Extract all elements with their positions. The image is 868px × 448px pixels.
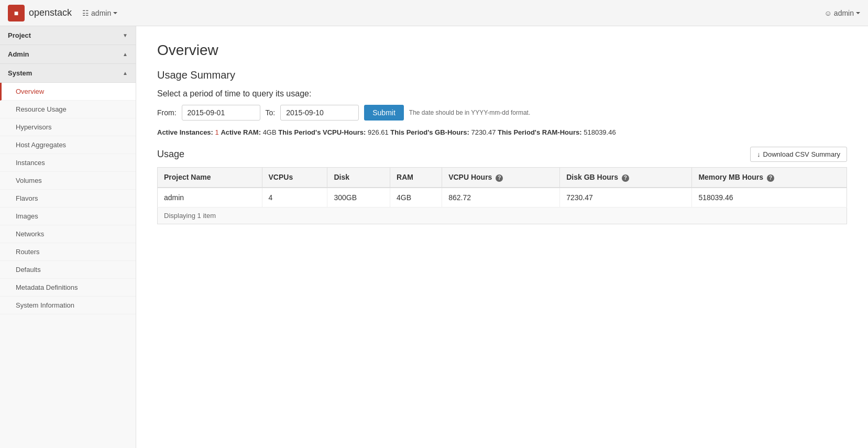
download-csv-label: Download CSV Summary — [763, 150, 840, 158]
active-ram-label: Active RAM: — [221, 128, 261, 136]
memory-mb-hours-help-icon[interactable]: ? — [767, 174, 774, 182]
system-section-label: System — [8, 69, 32, 77]
table-header-row: Project Name VCPUs Disk RAM VCPU Hours ? — [158, 168, 847, 188]
usage-table: Project Name VCPUs Disk RAM VCPU Hours ? — [157, 167, 847, 207]
sidebar-item-flavors[interactable]: Flavors — [0, 190, 136, 207]
active-instances-label: Active Instances: — [157, 128, 213, 136]
dropdown-caret-icon — [113, 12, 117, 14]
col-vcpus-label: VCPUs — [269, 173, 293, 181]
ram-hours-value: 518039.46 — [584, 128, 616, 136]
sidebar-item-instances[interactable]: Instances — [0, 154, 136, 172]
sidebar-item-instances-label: Instances — [16, 159, 45, 167]
cell-project-name: admin — [158, 188, 262, 207]
gb-hours-value: 7230.47 — [471, 128, 496, 136]
col-disk-gb-hours-label: Disk GB Hours — [566, 173, 618, 181]
to-input[interactable] — [280, 105, 359, 121]
stats-bar: Active Instances: 1 Active RAM: 4GB This… — [157, 128, 847, 136]
admin-section-header[interactable]: Admin ▲ — [0, 45, 136, 64]
system-chevron-icon: ▲ — [123, 70, 128, 76]
brand-name: openstack — [29, 7, 72, 18]
col-project-name: Project Name — [158, 168, 262, 188]
sidebar-item-images[interactable]: Images — [0, 207, 136, 225]
vcpu-hours-help-icon[interactable]: ? — [496, 174, 503, 182]
sidebar-item-overview-label: Overview — [16, 88, 44, 95]
user-menu[interactable]: ☺ admin — [825, 9, 860, 17]
submit-button[interactable]: Submit — [364, 105, 404, 121]
col-disk-gb-hours: Disk GB Hours ? — [560, 168, 692, 188]
sidebar-item-routers-label: Routers — [16, 248, 40, 256]
cell-disk: 300GB — [327, 188, 390, 207]
from-input[interactable] — [182, 105, 260, 121]
sidebar-item-defaults[interactable]: Defaults — [0, 261, 136, 279]
date-hint: The date should be in YYYY-mm-dd format. — [409, 109, 530, 116]
layout: Project ▼ Admin ▲ System ▲ Overview Reso… — [0, 26, 868, 448]
navbar-left: ■ openstack ☷ admin — [8, 5, 117, 21]
sidebar-item-defaults-label: Defaults — [16, 266, 41, 274]
navbar: ■ openstack ☷ admin ☺ admin — [0, 0, 868, 26]
sidebar-item-networks[interactable]: Networks — [0, 225, 136, 243]
usage-header: Usage ↓ Download CSV Summary — [157, 147, 847, 162]
cell-ram: 4GB — [390, 188, 442, 207]
download-icon: ↓ — [757, 150, 761, 158]
admin-user-label: admin — [834, 9, 854, 17]
sidebar-item-networks-label: Networks — [16, 230, 44, 238]
table-row: admin 4 300GB 4GB 862.72 7230.47 518039.… — [158, 188, 847, 207]
page-title: Overview — [157, 42, 847, 59]
date-form-row: From: To: Submit The date should be in Y… — [157, 105, 847, 121]
cell-memory-mb-hours: 518039.46 — [692, 188, 847, 207]
sidebar: Project ▼ Admin ▲ System ▲ Overview Reso… — [0, 26, 136, 448]
download-csv-button[interactable]: ↓ Download CSV Summary — [750, 147, 847, 162]
cell-disk-gb-hours: 7230.47 — [560, 188, 692, 207]
col-disk: Disk — [327, 168, 390, 188]
project-section-header[interactable]: Project ▼ — [0, 26, 136, 45]
table-footer: Displaying 1 item — [157, 207, 847, 224]
col-memory-mb-hours: Memory MB Hours ? — [692, 168, 847, 188]
brand-logo: ■ — [8, 5, 25, 21]
sidebar-item-images-label: Images — [16, 212, 38, 220]
active-ram-value: 4GB — [263, 128, 277, 136]
query-section: Select a period of time to query its usa… — [157, 89, 847, 121]
admin-chevron-icon: ▲ — [123, 51, 128, 57]
query-label: Select a period of time to query its usa… — [157, 89, 847, 99]
sidebar-item-overview[interactable]: Overview — [0, 83, 136, 101]
project-section-label: Project — [8, 31, 31, 39]
project-chevron-icon: ▼ — [123, 32, 128, 38]
sidebar-item-volumes-label: Volumes — [16, 177, 42, 184]
sidebar-item-hypervisors[interactable]: Hypervisors — [0, 118, 136, 136]
disk-gb-hours-help-icon[interactable]: ? — [622, 174, 629, 182]
user-dropdown-caret-icon — [856, 12, 860, 14]
cell-vcpus: 4 — [262, 188, 327, 207]
sidebar-item-flavors-label: Flavors — [16, 194, 38, 202]
active-instances-value: 1 — [215, 128, 219, 136]
cell-vcpu-hours: 862.72 — [442, 188, 560, 207]
usage-title: Usage — [157, 149, 184, 160]
col-disk-label: Disk — [334, 173, 349, 181]
sidebar-item-host-aggregates[interactable]: Host Aggregates — [0, 136, 136, 154]
vcpu-hours-value: 926.61 — [368, 128, 389, 136]
admin-project-icon: ☷ — [82, 9, 89, 17]
system-section-header[interactable]: System ▲ — [0, 64, 136, 83]
sidebar-item-resource-usage[interactable]: Resource Usage — [0, 101, 136, 118]
col-ram-label: RAM — [397, 173, 413, 181]
admin-project-label: admin — [91, 9, 111, 17]
usage-summary-title: Usage Summary — [157, 69, 847, 81]
sidebar-item-metadata-definitions[interactable]: Metadata Definitions — [0, 279, 136, 297]
vcpu-hours-label: This Period's VCPU-Hours: — [278, 128, 366, 136]
sidebar-item-hypervisors-label: Hypervisors — [16, 123, 52, 131]
from-label: From: — [157, 108, 177, 117]
col-vcpus: VCPUs — [262, 168, 327, 188]
sidebar-item-system-information[interactable]: System Information — [0, 297, 136, 314]
admin-section-label: Admin — [8, 50, 29, 58]
ram-hours-label: This Period's RAM-Hours: — [498, 128, 582, 136]
brand: ■ openstack — [8, 5, 72, 21]
col-vcpu-hours: VCPU Hours ? — [442, 168, 560, 188]
sidebar-item-system-information-label: System Information — [16, 301, 74, 309]
sidebar-item-metadata-definitions-label: Metadata Definitions — [16, 283, 78, 291]
sidebar-item-routers[interactable]: Routers — [0, 243, 136, 261]
table-footer-text: Displaying 1 item — [164, 212, 216, 220]
sidebar-item-volumes[interactable]: Volumes — [0, 172, 136, 190]
main-content: Overview Usage Summary Select a period o… — [136, 26, 868, 448]
col-memory-mb-hours-label: Memory MB Hours — [698, 173, 763, 181]
admin-project-dropdown[interactable]: ☷ admin — [82, 9, 117, 17]
user-icon: ☺ — [825, 9, 832, 17]
